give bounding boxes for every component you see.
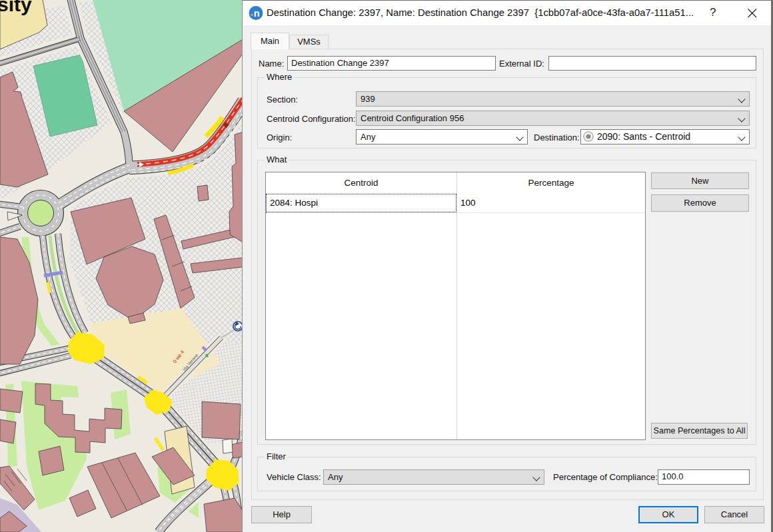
svg-text:sity: sity bbox=[0, 0, 32, 15]
svg-text:n: n bbox=[254, 8, 260, 19]
